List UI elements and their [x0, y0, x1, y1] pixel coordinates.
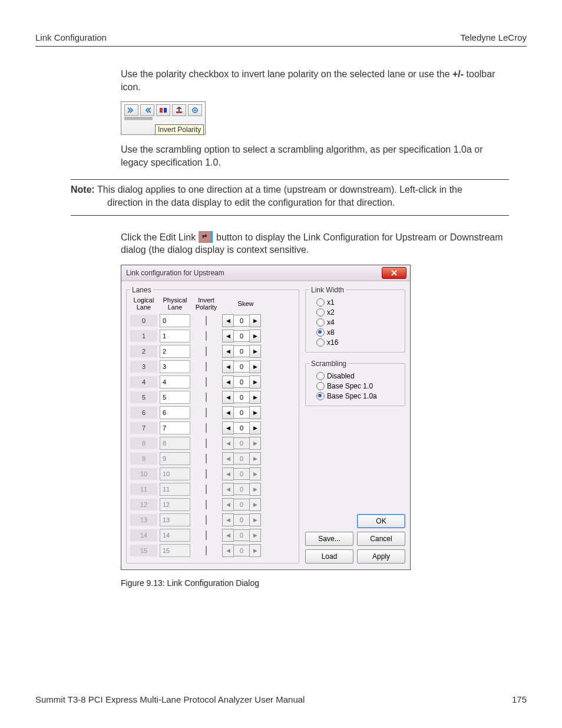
invert-polarity-checkbox[interactable] — [206, 347, 207, 356]
skew-increment-button[interactable]: ▶ — [249, 314, 261, 327]
lane-row: 44◀0▶ — [130, 375, 295, 388]
ok-button[interactable]: OK — [357, 514, 405, 528]
cancel-button[interactable]: Cancel — [357, 532, 405, 546]
skew-increment-button[interactable]: ▶ — [249, 406, 261, 419]
skew-value: 0 — [234, 407, 249, 419]
physical-lane-input[interactable]: 7 — [160, 421, 190, 434]
skew-increment-button: ▶ — [249, 544, 261, 557]
skew-increment-button: ▶ — [249, 437, 261, 450]
scrambling-group: Scrambling DisabledBase Spec 1.0Base Spe… — [305, 360, 405, 406]
invert-polarity-checkbox[interactable] — [206, 362, 207, 371]
svg-rect-1 — [164, 108, 167, 113]
skew-decrement-button[interactable]: ◀ — [222, 391, 234, 404]
skew-value: 0 — [234, 545, 249, 556]
save-button[interactable]: Save... — [305, 532, 353, 546]
toolbar-image: Invert Polarity — [121, 101, 206, 135]
invert-polarity-checkbox[interactable] — [206, 408, 207, 417]
logical-lane-cell: 1 — [130, 330, 157, 342]
skew-spinner: ◀0▶ — [222, 514, 269, 526]
skew-spinner: ◀0▶ — [222, 453, 269, 465]
lane-row: 22◀0▶ — [130, 345, 295, 358]
skew-spinner[interactable]: ◀0▶ — [222, 315, 269, 327]
radio-icon — [316, 372, 325, 380]
invert-polarity-checkbox — [206, 500, 207, 509]
invert-polarity-checkbox — [206, 546, 207, 555]
skew-increment-button[interactable]: ▶ — [249, 421, 261, 434]
skew-value: 0 — [234, 483, 249, 495]
close-button[interactable] — [382, 267, 406, 279]
skew-spinner[interactable]: ◀0▶ — [222, 422, 269, 434]
logical-lane-cell: 5 — [130, 391, 157, 403]
toolbar-tooltip: Invert Polarity — [155, 124, 204, 135]
physical-lane-input[interactable]: 2 — [160, 345, 190, 358]
skew-increment-button[interactable]: ▶ — [249, 391, 261, 404]
skew-spinner: ◀0▶ — [222, 529, 269, 541]
apply-button[interactable]: Apply — [357, 549, 405, 564]
footer-page-number: 175 — [512, 694, 527, 704]
skew-decrement-button[interactable]: ◀ — [222, 421, 234, 434]
skew-decrement-button: ◀ — [222, 513, 234, 526]
physical-lane-input[interactable]: 6 — [160, 406, 190, 419]
dialog-buttons: OK Save... Cancel Load Apply — [305, 508, 405, 564]
load-button[interactable]: Load — [305, 549, 353, 564]
skew-decrement-button: ◀ — [222, 483, 234, 496]
skew-decrement-button: ◀ — [222, 544, 234, 557]
logical-lane-cell: 13 — [130, 514, 157, 526]
lane-row: 1515◀0▶ — [130, 544, 295, 557]
lanes-group: Lanes Logical Lane Physical Lane Invert … — [126, 286, 299, 564]
skew-spinner: ◀0▶ — [222, 437, 269, 449]
skew-increment-button[interactable]: ▶ — [249, 375, 261, 388]
physical-lane-input: 15 — [160, 544, 190, 557]
physical-lane-input[interactable]: 1 — [160, 330, 190, 342]
invert-polarity-checkbox — [206, 485, 207, 494]
skew-decrement-button[interactable]: ◀ — [222, 406, 234, 419]
skew-increment-button[interactable]: ▶ — [249, 345, 261, 358]
physical-lane-input[interactable]: 0 — [160, 314, 190, 327]
skew-decrement-button[interactable]: ◀ — [222, 375, 234, 388]
logical-lane-cell: 8 — [130, 437, 157, 449]
physical-lane-input[interactable]: 4 — [160, 375, 190, 388]
invert-polarity-checkbox — [206, 469, 207, 479]
skew-spinner[interactable]: ◀0▶ — [222, 391, 269, 403]
skew-value: 0 — [234, 468, 249, 480]
link-width-option[interactable]: x2 — [316, 308, 401, 317]
note-label: Note: — [71, 185, 95, 195]
page-header: Link Configuration Teledyne LeCroy — [35, 32, 527, 47]
scrambling-option[interactable]: Disabled — [316, 372, 401, 380]
invert-polarity-checkbox[interactable] — [206, 316, 207, 325]
scrambling-option[interactable]: Base Spec 1.0 — [316, 382, 401, 390]
lane-row: 1010◀0▶ — [130, 467, 295, 480]
invert-polarity-checkbox[interactable] — [206, 377, 207, 387]
invert-polarity-checkbox[interactable] — [206, 331, 207, 341]
radio-icon — [316, 328, 325, 337]
invert-polarity-checkbox[interactable] — [206, 423, 207, 433]
physical-lane-input[interactable]: 3 — [160, 360, 190, 373]
skew-decrement-button[interactable]: ◀ — [222, 345, 234, 358]
lane-row: 1212◀0▶ — [130, 498, 295, 511]
skew-spinner[interactable]: ◀0▶ — [222, 376, 269, 388]
skew-spinner[interactable]: ◀0▶ — [222, 361, 269, 373]
physical-lane-input: 8 — [160, 437, 190, 450]
skew-spinner[interactable]: ◀0▶ — [222, 345, 269, 357]
skew-spinner[interactable]: ◀0▶ — [222, 330, 269, 342]
lane-row: 55◀0▶ — [130, 391, 295, 404]
scrambling-option[interactable]: Base Spec 1.0a — [316, 392, 401, 400]
skew-decrement-button[interactable]: ◀ — [222, 360, 234, 373]
skew-spinner: ◀0▶ — [222, 545, 269, 556]
skew-spinner[interactable]: ◀0▶ — [222, 407, 269, 419]
link-width-option[interactable]: x8 — [316, 328, 401, 337]
invert-polarity-checkbox[interactable] — [206, 393, 207, 402]
skew-increment-button: ▶ — [249, 513, 261, 526]
lane-row: 99◀0▶ — [130, 452, 295, 465]
link-width-option[interactable]: x4 — [316, 318, 401, 327]
skew-decrement-button[interactable]: ◀ — [222, 330, 234, 342]
skew-increment-button[interactable]: ▶ — [249, 330, 261, 342]
invert-polarity-checkbox — [206, 515, 207, 525]
skew-increment-button[interactable]: ▶ — [249, 360, 261, 373]
link-width-option[interactable]: x16 — [316, 338, 401, 347]
link-width-option[interactable]: x1 — [316, 298, 401, 307]
skew-increment-button: ▶ — [249, 529, 261, 542]
physical-lane-input[interactable]: 5 — [160, 391, 190, 404]
skew-decrement-button: ◀ — [222, 467, 234, 480]
skew-decrement-button[interactable]: ◀ — [222, 314, 234, 327]
